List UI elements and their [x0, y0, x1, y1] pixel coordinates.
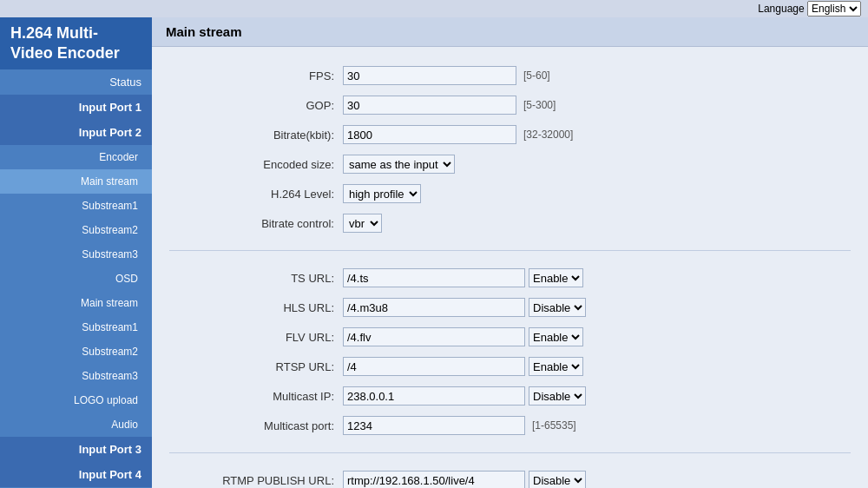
hls-url-status-select[interactable]: Disable [529, 298, 586, 317]
sidebar-item-substream2-1[interactable]: Substream2 [0, 218, 152, 242]
encoding-section: FPS: [5-60] GOP: [5-300] Bitrate(kbit): … [169, 56, 851, 251]
ts-url-label: TS URL: [169, 272, 343, 285]
sidebar-item-logo-upload[interactable]: LOGO upload [0, 388, 152, 412]
sidebar-item-input-port-1[interactable]: Input Port 1 [0, 95, 152, 120]
sidebar-item-main-stream-1[interactable]: Main stream [0, 169, 152, 194]
ts-url-row: TS URL: Enable [169, 267, 851, 289]
fps-row: FPS: [5-60] [169, 64, 851, 87]
flv-url-input[interactable] [343, 327, 525, 346]
encoded-size-row: Encoded size: same as the input [169, 153, 851, 175]
gop-label: GOP: [169, 99, 343, 112]
multicast-port-label: Multicast port: [169, 419, 343, 432]
page-title: Main stream [152, 17, 868, 47]
rtsp-url-status-select[interactable]: Enable [529, 357, 583, 376]
flv-url-row: FLV URL: Enable [169, 326, 851, 348]
url-section: TS URL: Enable HLS URL: Disable FLV URL: [169, 258, 851, 453]
gop-hint: [5-300] [523, 99, 556, 111]
encoded-size-select[interactable]: same as the input [343, 155, 455, 174]
sidebar-item-encoder[interactable]: Encoder [0, 145, 152, 169]
sidebar-item-input-port-3[interactable]: Input Port 3 [0, 437, 152, 462]
hls-url-input[interactable] [343, 298, 525, 317]
content-body: FPS: [5-60] GOP: [5-300] Bitrate(kbit): … [152, 47, 868, 488]
sidebar-item-substream2-2[interactable]: Substream2 [0, 340, 152, 364]
sidebar-item-substream3-1[interactable]: Substream3 [0, 242, 152, 267]
fps-hint: [5-60] [523, 69, 550, 82]
h264-level-row: H.264 Level: high profile [169, 182, 851, 205]
language-label: Language [758, 3, 804, 15]
bitrate-hint: [32-32000] [523, 129, 573, 141]
sidebar-item-main-stream-2[interactable]: Main stream [0, 291, 152, 315]
multicast-ip-input[interactable] [343, 386, 525, 406]
rtmp-row: RTMP PUBLISH URL: Disable [169, 469, 851, 488]
gop-row: GOP: [5-300] [169, 94, 851, 116]
bitrate-row: Bitrate(kbit): [32-32000] [169, 123, 851, 146]
flv-url-status-select[interactable]: Enable [529, 327, 583, 346]
bitrate-input[interactable] [343, 125, 516, 144]
sidebar-item-substream1-2[interactable]: Substream1 [0, 315, 152, 340]
rtmp-label: RTMP PUBLISH URL: [169, 474, 343, 487]
sidebar-item-osd[interactable]: OSD [0, 267, 152, 291]
flv-url-label: FLV URL: [169, 331, 343, 344]
encoded-size-label: Encoded size: [169, 158, 343, 171]
multicast-port-row: Multicast port: [1-65535] [169, 414, 851, 437]
rtsp-url-label: RTSP URL: [169, 360, 343, 373]
h264-level-label: H.264 Level: [169, 188, 343, 201]
sidebar-item-audio[interactable]: Audio [0, 412, 152, 437]
gop-input[interactable] [343, 96, 516, 115]
multicast-ip-row: Multicast IP: Disable [169, 385, 851, 407]
ts-url-input[interactable] [343, 268, 525, 287]
bitrate-label: Bitrate(kbit): [169, 129, 343, 142]
sidebar-item-substream1-1[interactable]: Substream1 [0, 194, 152, 218]
rtmp-status-select[interactable]: Disable [529, 471, 586, 488]
multicast-port-input[interactable] [343, 416, 525, 435]
sidebar-item-substream3-2[interactable]: Substream3 [0, 364, 152, 388]
h264-level-select[interactable]: high profile [343, 184, 421, 203]
bitrate-control-row: Bitrate control: vbr [169, 212, 851, 234]
fps-input[interactable] [343, 66, 516, 85]
rtsp-url-input[interactable] [343, 357, 525, 376]
fps-label: FPS: [169, 69, 343, 82]
sidebar-item-status[interactable]: Status [0, 69, 152, 95]
multicast-port-hint: [1-65535] [532, 419, 576, 432]
hls-url-label: HLS URL: [169, 301, 343, 314]
bitrate-control-label: Bitrate control: [169, 217, 343, 230]
language-select[interactable]: English [807, 1, 861, 16]
multicast-ip-label: Multicast IP: [169, 390, 343, 403]
rtmp-section: RTMP PUBLISH URL: Disable rtmp://ip/xxx-… [169, 460, 851, 488]
sidebar: H.264 Multi-Video Encoder Status Input P… [0, 17, 152, 488]
ts-url-status-select[interactable]: Enable [529, 268, 583, 287]
bitrate-control-select[interactable]: vbr [343, 214, 382, 233]
sidebar-item-input-port-4[interactable]: Input Port 4 [0, 462, 152, 487]
sidebar-item-input-port-2[interactable]: Input Port 2 [0, 120, 152, 145]
rtmp-input[interactable] [343, 471, 525, 488]
multicast-ip-status-select[interactable]: Disable [529, 386, 586, 406]
hls-url-row: HLS URL: Disable [169, 296, 851, 319]
rtsp-url-row: RTSP URL: Enable [169, 355, 851, 378]
app-logo: H.264 Multi-Video Encoder [0, 17, 152, 69]
content-area: Main stream FPS: [5-60] GOP: [5-300] Bit… [152, 17, 868, 488]
